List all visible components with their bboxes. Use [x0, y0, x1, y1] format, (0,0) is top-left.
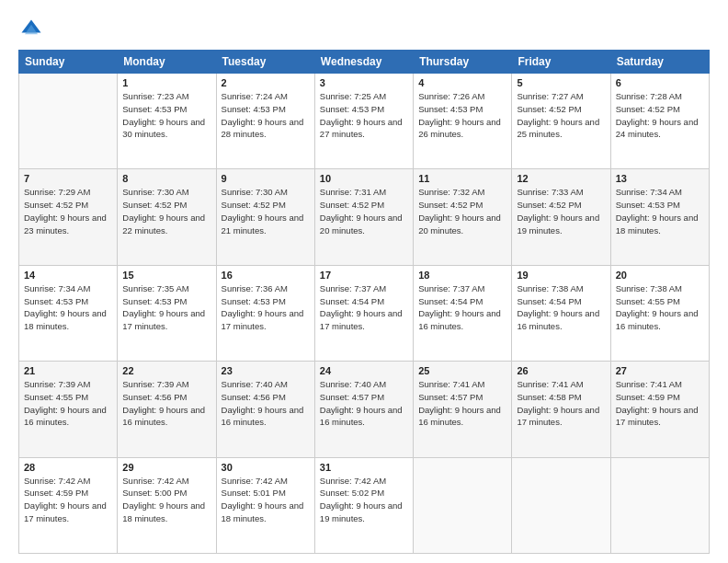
logo	[18, 17, 48, 42]
day-number: 9	[222, 173, 310, 184]
day-number: 6	[616, 77, 704, 88]
calendar-day-cell: 24Sunrise: 7:40 AMSunset: 4:57 PMDayligh…	[314, 362, 413, 457]
day-number: 25	[418, 365, 506, 376]
day-number: 16	[222, 270, 310, 281]
day-info: Sunrise: 7:28 AMSunset: 4:52 PMDaylight:…	[616, 90, 704, 141]
calendar-day-cell: 16Sunrise: 7:36 AMSunset: 4:53 PMDayligh…	[216, 265, 314, 361]
calendar-day-cell: 3Sunrise: 7:25 AMSunset: 4:53 PMDaylight…	[314, 74, 413, 169]
day-number: 15	[122, 270, 210, 281]
day-number: 11	[418, 173, 506, 184]
calendar-day-cell: 12Sunrise: 7:33 AMSunset: 4:52 PMDayligh…	[512, 169, 610, 265]
day-number: 27	[616, 365, 704, 376]
day-info: Sunrise: 7:24 AMSunset: 4:53 PMDaylight:…	[222, 90, 310, 141]
weekday-header: Sunday	[19, 51, 118, 74]
calendar-day-cell: 14Sunrise: 7:34 AMSunset: 4:53 PMDayligh…	[19, 265, 118, 361]
day-info: Sunrise: 7:40 AMSunset: 4:56 PMDaylight:…	[222, 378, 310, 429]
calendar-day-cell: 21Sunrise: 7:39 AMSunset: 4:55 PMDayligh…	[19, 362, 118, 457]
day-number: 23	[222, 365, 310, 376]
day-number: 26	[517, 365, 605, 376]
calendar-day-cell: 15Sunrise: 7:35 AMSunset: 4:53 PMDayligh…	[118, 265, 216, 361]
day-info: Sunrise: 7:42 AMSunset: 4:59 PMDaylight:…	[24, 475, 112, 525]
day-info: Sunrise: 7:27 AMSunset: 4:52 PMDaylight:…	[517, 90, 605, 141]
day-number: 12	[517, 173, 605, 184]
day-info: Sunrise: 7:34 AMSunset: 4:53 PMDaylight:…	[616, 186, 704, 236]
day-info: Sunrise: 7:37 AMSunset: 4:54 PMDaylight:…	[320, 282, 408, 333]
calendar-day-cell: 4Sunrise: 7:26 AMSunset: 4:53 PMDaylight…	[414, 74, 512, 169]
day-info: Sunrise: 7:26 AMSunset: 4:53 PMDaylight:…	[418, 90, 506, 141]
calendar-day-cell: 23Sunrise: 7:40 AMSunset: 4:56 PMDayligh…	[216, 362, 314, 457]
weekday-header: Thursday	[414, 51, 512, 74]
calendar-day-cell: 7Sunrise: 7:29 AMSunset: 4:52 PMDaylight…	[19, 169, 118, 265]
calendar-day-cell	[512, 457, 610, 553]
day-info: Sunrise: 7:35 AMSunset: 4:53 PMDaylight:…	[122, 282, 210, 333]
day-number: 29	[122, 462, 210, 473]
calendar-day-cell	[19, 74, 118, 169]
calendar-day-cell: 6Sunrise: 7:28 AMSunset: 4:52 PMDaylight…	[610, 74, 709, 169]
day-info: Sunrise: 7:33 AMSunset: 4:52 PMDaylight:…	[517, 186, 605, 236]
day-number: 18	[418, 270, 506, 281]
day-info: Sunrise: 7:41 AMSunset: 4:59 PMDaylight:…	[616, 378, 704, 429]
day-number: 30	[222, 462, 310, 473]
day-info: Sunrise: 7:42 AMSunset: 5:01 PMDaylight:…	[222, 475, 310, 525]
day-number: 14	[24, 270, 112, 281]
calendar-day-cell: 17Sunrise: 7:37 AMSunset: 4:54 PMDayligh…	[314, 265, 413, 361]
calendar-day-cell: 31Sunrise: 7:42 AMSunset: 5:02 PMDayligh…	[314, 457, 413, 553]
day-info: Sunrise: 7:32 AMSunset: 4:52 PMDaylight:…	[418, 186, 506, 236]
calendar-day-cell	[414, 457, 512, 553]
header	[18, 17, 710, 42]
day-info: Sunrise: 7:30 AMSunset: 4:52 PMDaylight:…	[122, 186, 210, 236]
day-number: 2	[222, 77, 310, 88]
day-info: Sunrise: 7:23 AMSunset: 4:53 PMDaylight:…	[122, 90, 210, 141]
calendar-day-cell: 25Sunrise: 7:41 AMSunset: 4:57 PMDayligh…	[414, 362, 512, 457]
calendar-day-cell: 8Sunrise: 7:30 AMSunset: 4:52 PMDaylight…	[118, 169, 216, 265]
calendar-day-cell: 20Sunrise: 7:38 AMSunset: 4:55 PMDayligh…	[610, 265, 709, 361]
day-number: 5	[517, 77, 605, 88]
day-number: 1	[122, 77, 210, 88]
calendar-week-row: 14Sunrise: 7:34 AMSunset: 4:53 PMDayligh…	[19, 265, 710, 361]
day-number: 7	[24, 173, 112, 184]
day-number: 28	[24, 462, 112, 473]
calendar-day-cell: 19Sunrise: 7:38 AMSunset: 4:54 PMDayligh…	[512, 265, 610, 361]
day-info: Sunrise: 7:38 AMSunset: 4:54 PMDaylight:…	[517, 282, 605, 333]
logo-icon	[18, 17, 44, 42]
calendar-day-cell: 2Sunrise: 7:24 AMSunset: 4:53 PMDaylight…	[216, 74, 314, 169]
day-info: Sunrise: 7:39 AMSunset: 4:55 PMDaylight:…	[24, 378, 112, 429]
day-number: 22	[122, 365, 210, 376]
calendar-day-cell: 29Sunrise: 7:42 AMSunset: 5:00 PMDayligh…	[118, 457, 216, 553]
calendar-day-cell: 22Sunrise: 7:39 AMSunset: 4:56 PMDayligh…	[118, 362, 216, 457]
calendar-day-cell: 10Sunrise: 7:31 AMSunset: 4:52 PMDayligh…	[314, 169, 413, 265]
calendar-week-row: 7Sunrise: 7:29 AMSunset: 4:52 PMDaylight…	[19, 169, 710, 265]
day-number: 3	[320, 77, 408, 88]
day-number: 31	[320, 462, 408, 473]
day-number: 8	[122, 173, 210, 184]
day-number: 13	[616, 173, 704, 184]
calendar-day-cell: 27Sunrise: 7:41 AMSunset: 4:59 PMDayligh…	[610, 362, 709, 457]
day-info: Sunrise: 7:31 AMSunset: 4:52 PMDaylight:…	[320, 186, 408, 236]
day-info: Sunrise: 7:36 AMSunset: 4:53 PMDaylight:…	[222, 282, 310, 333]
day-info: Sunrise: 7:25 AMSunset: 4:53 PMDaylight:…	[320, 90, 408, 141]
calendar-day-cell: 1Sunrise: 7:23 AMSunset: 4:53 PMDaylight…	[118, 74, 216, 169]
page: SundayMondayTuesdayWednesdayThursdayFrid…	[0, 0, 728, 563]
calendar-week-row: 21Sunrise: 7:39 AMSunset: 4:55 PMDayligh…	[19, 362, 710, 457]
day-info: Sunrise: 7:40 AMSunset: 4:57 PMDaylight:…	[320, 378, 408, 429]
day-number: 19	[517, 270, 605, 281]
weekday-header: Wednesday	[314, 51, 413, 74]
day-number: 24	[320, 365, 408, 376]
day-number: 17	[320, 270, 408, 281]
day-info: Sunrise: 7:37 AMSunset: 4:54 PMDaylight:…	[418, 282, 506, 333]
calendar-day-cell: 9Sunrise: 7:30 AMSunset: 4:52 PMDaylight…	[216, 169, 314, 265]
calendar-day-cell: 30Sunrise: 7:42 AMSunset: 5:01 PMDayligh…	[216, 457, 314, 553]
weekday-header: Tuesday	[216, 51, 314, 74]
day-number: 20	[616, 270, 704, 281]
day-number: 4	[418, 77, 506, 88]
weekday-header: Friday	[512, 51, 610, 74]
day-number: 10	[320, 173, 408, 184]
calendar-day-cell	[610, 457, 709, 553]
calendar-day-cell: 28Sunrise: 7:42 AMSunset: 4:59 PMDayligh…	[19, 457, 118, 553]
calendar-day-cell: 26Sunrise: 7:41 AMSunset: 4:58 PMDayligh…	[512, 362, 610, 457]
day-info: Sunrise: 7:41 AMSunset: 4:57 PMDaylight:…	[418, 378, 506, 429]
weekday-header: Saturday	[610, 51, 709, 74]
day-info: Sunrise: 7:29 AMSunset: 4:52 PMDaylight:…	[24, 186, 112, 236]
calendar-day-cell: 13Sunrise: 7:34 AMSunset: 4:53 PMDayligh…	[610, 169, 709, 265]
day-info: Sunrise: 7:38 AMSunset: 4:55 PMDaylight:…	[616, 282, 704, 333]
